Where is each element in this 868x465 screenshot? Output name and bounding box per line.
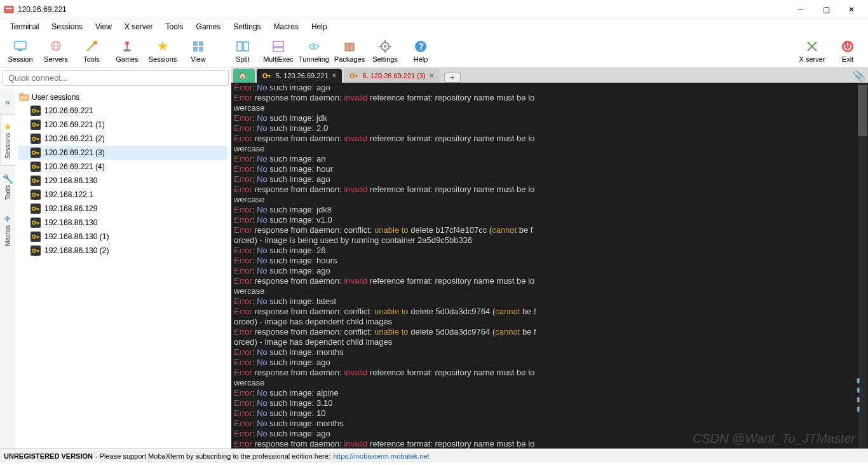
tab-label: 5. 120.26.69.221 [276, 72, 329, 80]
tabstrip: 🏠 5. 120.26.69.221 × 6. 120.26.69.221 (3… [231, 67, 868, 83]
maximize-button[interactable]: ▢ [813, 1, 839, 18]
tab-inactive[interactable]: 6. 120.26.69.221 (3) × [344, 69, 439, 83]
session-item[interactable]: 192.168.122.1 [18, 188, 227, 202]
menu-tools[interactable]: Tools [159, 21, 190, 32]
close-button[interactable]: ✕ [839, 1, 864, 18]
session-tree: User sessions 120.26.69.221120.26.69.221… [15, 88, 230, 448]
indicator-icon[interactable]: ▮ [857, 404, 865, 413]
session-item[interactable]: 192.168.86.130 (2) [18, 244, 227, 258]
tb-games[interactable]: Games [109, 36, 145, 66]
tb-multi[interactable]: >>MultiExec [261, 36, 296, 66]
tb-settings[interactable]: Settings [367, 36, 403, 66]
session-item[interactable]: 129.168.86.130 [18, 174, 227, 188]
tb-help[interactable]: ?Help [403, 36, 438, 66]
key-icon [31, 120, 41, 130]
star-icon: ★ [4, 121, 12, 132]
key-icon [31, 246, 41, 256]
key-icon [31, 106, 41, 116]
tree-folder[interactable]: User sessions [18, 91, 227, 104]
svg-rect-14 [199, 47, 203, 52]
tb-sessions[interactable]: Sessions [145, 36, 180, 66]
menu-games[interactable]: Games [190, 21, 227, 32]
tb-tunnel[interactable]: Tunneling [296, 36, 332, 66]
sidetab-sessions[interactable]: ★Sessions [1, 115, 15, 166]
session-item[interactable]: 120.26.69.221 (3) [18, 146, 227, 160]
session-label: 120.26.69.221 (4) [44, 162, 105, 171]
session-label: 192.168.86.130 (2) [44, 246, 109, 255]
home-icon: 🏠 [238, 72, 247, 80]
svg-rect-3 [18, 50, 22, 51]
key-icon [31, 134, 41, 144]
sidetab-tools[interactable]: 🔧Tools [1, 167, 15, 206]
tb-session[interactable]: Session [3, 36, 38, 66]
menu-macros[interactable]: Macros [268, 21, 305, 32]
status-link[interactable]: https://mobaxterm.mobatek.net [333, 452, 430, 460]
session-item[interactable]: 120.26.69.221 (1) [18, 118, 227, 132]
folder-label: User sessions [32, 93, 79, 102]
monitor-icon [13, 39, 28, 54]
close-icon[interactable]: × [332, 71, 337, 80]
session-item[interactable]: 192.168.86.129 [18, 202, 227, 216]
gear-icon [377, 39, 393, 54]
window-title: 120.26.69.221 [18, 5, 788, 14]
folder-icon [19, 92, 29, 102]
menu-settings[interactable]: Settings [227, 21, 267, 32]
svg-point-7 [93, 41, 97, 45]
tb-xserver[interactable]: X server [794, 36, 830, 66]
session-label: 120.26.69.221 (1) [44, 120, 105, 129]
paperclip-icon[interactable]: 📎 [853, 70, 865, 82]
svg-point-10 [123, 49, 131, 52]
menu-sessions[interactable]: Sessions [45, 21, 89, 32]
tunnel-icon [306, 39, 322, 54]
tb-split[interactable]: Split [225, 36, 261, 66]
wrench-icon: 🔧 [3, 174, 13, 184]
main-area: « ★Sessions 🔧Tools ✈Macros User sessions… [0, 67, 868, 448]
svg-point-8 [125, 41, 129, 45]
session-label: 192.168.122.1 [44, 190, 93, 199]
content-area: 🏠 5. 120.26.69.221 × 6. 120.26.69.221 (3… [231, 67, 868, 448]
session-item[interactable]: 120.26.69.221 (2) [18, 132, 227, 146]
indicator-icon[interactable]: ▮ [857, 375, 865, 384]
session-item[interactable]: 192.168.86.130 [18, 216, 227, 230]
new-tab-button[interactable]: + [444, 73, 461, 83]
svg-point-20 [313, 45, 315, 48]
svg-rect-11 [193, 41, 198, 46]
sidebar-toggle[interactable]: « [1, 91, 15, 113]
menu-terminal[interactable]: Terminal [4, 21, 45, 32]
key-icon [31, 162, 41, 172]
indicator-icon[interactable]: ▮ [857, 394, 865, 403]
joystick-icon [119, 39, 135, 54]
tab-home[interactable]: 🏠 [233, 69, 255, 83]
tb-view[interactable]: View [180, 36, 216, 66]
menu-xserver[interactable]: X server [118, 21, 159, 32]
minimize-button[interactable]: ─ [788, 1, 813, 18]
tab-label: 6. 120.26.69.221 (3) [363, 72, 426, 80]
session-label: 192.168.86.130 [44, 218, 97, 227]
session-item[interactable]: 120.26.69.221 [18, 104, 227, 118]
session-item[interactable]: 120.26.69.221 (4) [18, 160, 227, 174]
menu-help[interactable]: Help [305, 21, 334, 32]
key-icon [349, 71, 359, 81]
svg-rect-33 [20, 94, 24, 95]
quick-connect-input[interactable] [3, 70, 229, 86]
tb-tools[interactable]: Tools [74, 36, 109, 66]
close-icon[interactable]: × [430, 71, 434, 80]
tb-exit[interactable]: Exit [830, 36, 865, 66]
unreg-label: UNREGISTERED VERSION [4, 452, 93, 460]
tab-active[interactable]: 5. 120.26.69.221 × [257, 69, 342, 83]
tb-packages[interactable]: Packages [332, 36, 367, 66]
session-item[interactable]: 192.168.86.130 (1) [18, 230, 227, 244]
left-panel: « ★Sessions 🔧Tools ✈Macros User sessions… [0, 67, 231, 448]
multiexec-icon: >> [271, 39, 286, 54]
svg-text:?: ? [419, 41, 424, 52]
sidetab-macros[interactable]: ✈Macros [1, 207, 15, 253]
toolbar: Session Servers Tools Games Sessions Vie… [0, 34, 868, 67]
app-icon [4, 4, 14, 15]
session-label: 192.168.86.130 (1) [44, 232, 109, 241]
key-icon [262, 71, 272, 81]
indicator-icon[interactable]: ▮ [857, 385, 865, 394]
help-icon: ? [413, 39, 428, 54]
tb-servers[interactable]: Servers [38, 36, 74, 66]
menu-view[interactable]: View [89, 21, 118, 32]
terminal[interactable]: Error: No such image: ago Error response… [231, 83, 868, 448]
